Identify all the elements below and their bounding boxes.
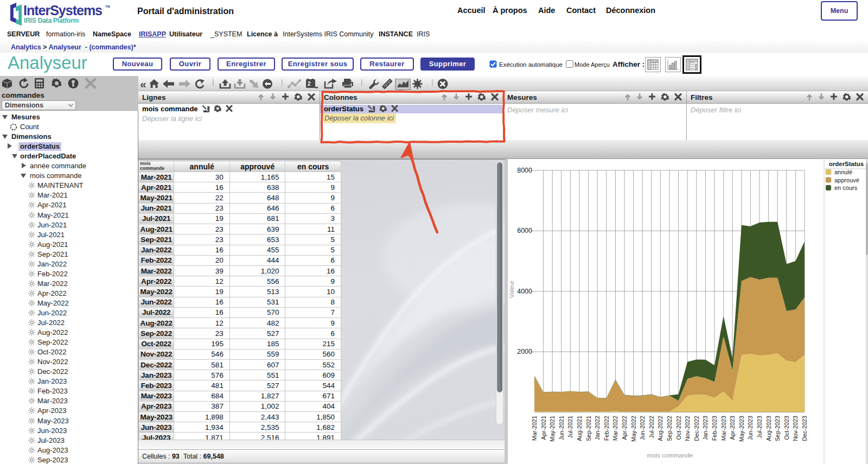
svg-text:2000: 2000: [517, 348, 532, 355]
svg-text:Valeur: Valeur: [508, 281, 515, 298]
svg-text:Jan-2022: Jan-2022: [594, 416, 601, 440]
svg-text:annulé: annulé: [834, 169, 852, 175]
svg-text:May-2021: May-2021: [549, 416, 556, 442]
svg-text:Apr-2023: Apr-2023: [729, 416, 736, 440]
svg-text:Aug-2021: Aug-2021: [576, 416, 583, 441]
svg-text:Jul-2021: Jul-2021: [567, 416, 573, 438]
svg-text:Mar-2022: Mar-2022: [612, 416, 618, 441]
svg-text:Sep-2021: Sep-2021: [585, 416, 592, 441]
svg-text:orderStatus: orderStatus: [829, 161, 864, 167]
svg-text:Jun-2023: Jun-2023: [747, 416, 754, 440]
svg-text:Jun-2022: Jun-2022: [639, 416, 646, 440]
svg-text:Jan-2023: Jan-2023: [702, 416, 709, 440]
svg-text:Oct-2023: Oct-2023: [783, 416, 790, 440]
svg-text:Oct-2022: Oct-2022: [675, 416, 682, 440]
svg-text:en cours: en cours: [834, 185, 858, 191]
svg-text:6000: 6000: [517, 227, 532, 234]
svg-text:May-2023: May-2023: [738, 416, 745, 442]
svg-text:Feb-2023: Feb-2023: [711, 416, 718, 441]
svg-text:Nov-2022: Nov-2022: [684, 416, 691, 441]
svg-text:«: «: [140, 79, 146, 90]
svg-text:Jun-2021: Jun-2021: [558, 416, 565, 440]
svg-text:Mar-2023: Mar-2023: [720, 416, 727, 441]
svg-text:Jul-2022: Jul-2022: [648, 416, 655, 438]
svg-text:Apr-2022: Apr-2022: [621, 416, 628, 440]
svg-text:2: 2: [308, 81, 311, 87]
svg-text:Jul-2023: Jul-2023: [756, 416, 763, 438]
svg-text:approuvé: approuvé: [834, 177, 859, 183]
svg-text:Sep-2022: Sep-2022: [666, 416, 673, 441]
svg-text:Apr-2021: Apr-2021: [540, 416, 547, 440]
svg-text:4000: 4000: [517, 288, 532, 295]
svg-text:Nov-2023: Nov-2023: [792, 416, 799, 441]
svg-text:May-2022: May-2022: [630, 416, 637, 442]
svg-text:Mar-2021: Mar-2021: [531, 416, 538, 441]
svg-text:Sep-2023: Sep-2023: [774, 416, 781, 441]
svg-text:mois commande: mois commande: [647, 452, 693, 459]
svg-text:Dec-2022: Dec-2022: [693, 416, 700, 441]
svg-text:Aug-2022: Aug-2022: [657, 416, 663, 441]
svg-text:Feb-2022: Feb-2022: [603, 416, 610, 441]
svg-text:8000: 8000: [517, 167, 532, 174]
svg-text:Aug-2023: Aug-2023: [765, 416, 772, 441]
svg-text:Dec-2023: Dec-2023: [801, 416, 808, 441]
